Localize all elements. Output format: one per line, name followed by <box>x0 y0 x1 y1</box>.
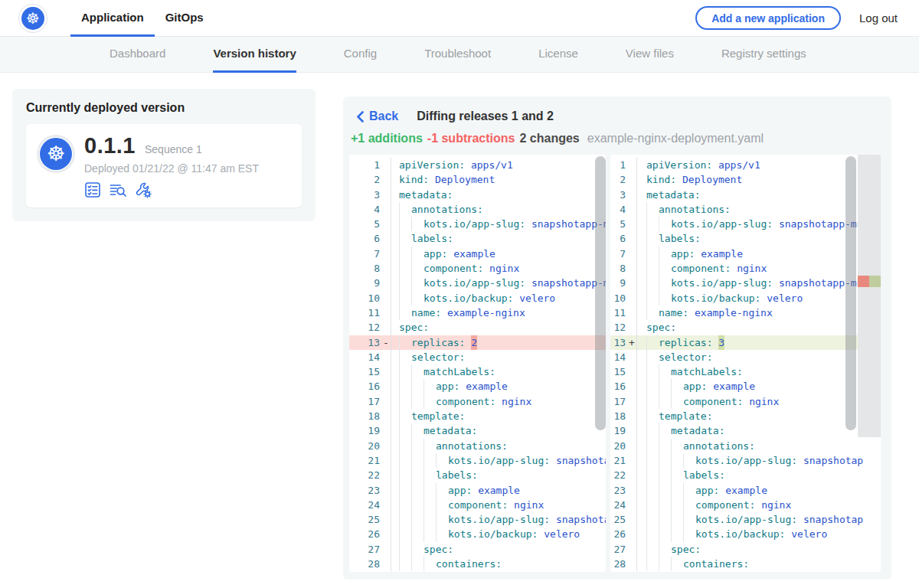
sub-tab-version-history[interactable]: Version history <box>213 37 296 73</box>
deployed-version-card: ☸ 0.1.1 Sequence 1 Deployed 01/21/22 @ 1… <box>26 124 302 207</box>
indent-guide <box>646 483 659 498</box>
indent-guide <box>671 498 683 512</box>
diff-line: 26kots.io/backup: velero <box>349 527 606 541</box>
code-text: annotations: <box>637 202 881 217</box>
diff-line: 27spec: <box>349 542 606 557</box>
diff-stats: +1 additions -1 subtractions 2 changes e… <box>351 132 881 147</box>
top-tab-gitops[interactable]: GitOps <box>155 0 214 37</box>
code-text: replicas: 3 <box>637 335 881 350</box>
yaml-value: Deployment <box>682 172 742 187</box>
line-number: 14 <box>610 350 626 364</box>
back-button[interactable]: Back <box>357 109 398 123</box>
top-tab-application[interactable]: Application <box>70 0 155 37</box>
diff-line: 17component: nginx <box>610 394 881 409</box>
indent-guide <box>399 231 411 246</box>
indent-guide <box>436 483 448 498</box>
yaml-key: metadata: <box>424 423 477 438</box>
line-number: 10 <box>349 291 380 305</box>
yaml-key: app: <box>683 379 713 394</box>
yaml-key: spec: <box>424 542 453 557</box>
diff-line: 4annotations: <box>610 202 881 217</box>
indent-guide <box>671 527 683 541</box>
sub-tab-view-files[interactable]: View files <box>626 37 674 73</box>
scrollbar-thumb[interactable] <box>845 156 856 430</box>
indent-guide <box>659 261 671 276</box>
yaml-value: velero <box>544 527 580 541</box>
line-number: 1 <box>610 158 626 172</box>
sub-tab-registry-settings[interactable]: Registry settings <box>721 37 806 73</box>
kubernetes-logo[interactable]: ☸ <box>18 4 47 33</box>
indent-guide <box>411 498 424 512</box>
code-text: name: example-nginx <box>637 305 881 320</box>
yaml-key: annotations: <box>436 439 508 453</box>
yaml-value: apps/v1 <box>471 158 513 172</box>
indent-guide <box>671 557 683 571</box>
code-text: app: example <box>637 483 881 498</box>
diff-line: 11name: example-nginx <box>610 305 881 320</box>
indent-guide <box>659 439 671 453</box>
indent-guide <box>436 453 448 468</box>
line-number: 13 <box>349 335 380 350</box>
line-number: 3 <box>610 188 626 202</box>
yaml-key: spec: <box>671 542 701 557</box>
diff-marker <box>381 188 391 202</box>
checklist-icon[interactable] <box>84 181 101 198</box>
diff-marker <box>627 512 637 527</box>
sub-tab-config[interactable]: Config <box>344 37 377 73</box>
diff-line: 20annotations: <box>349 439 606 453</box>
diff-marker <box>381 557 391 571</box>
yaml-value: snapshotap <box>803 512 863 527</box>
indent-guide <box>646 335 659 350</box>
line-number: 26 <box>349 527 380 541</box>
indent-guide <box>646 557 659 571</box>
indent-guide <box>646 202 659 217</box>
diff-line: 26kots.io/backup: velero <box>610 527 881 541</box>
diff-marker <box>627 172 637 187</box>
diff-line: 19metadata: <box>349 423 606 438</box>
diff-line: 17component: nginx <box>349 394 606 409</box>
diff-marker <box>627 453 637 468</box>
diff-marker <box>627 276 637 290</box>
indent-guide <box>411 394 424 409</box>
sub-tab-troubleshoot[interactable]: Troubleshoot <box>424 37 491 73</box>
line-number: 18 <box>610 409 626 423</box>
logout-link[interactable]: Log out <box>859 11 898 24</box>
top-nav: ☸ ApplicationGitOps Add a new applicatio… <box>0 0 919 37</box>
diff-line: 7app: example <box>610 247 881 261</box>
yaml-key: metadata: <box>671 423 724 438</box>
indent-guide <box>411 261 424 276</box>
indent-guide <box>659 423 671 438</box>
code-text: replicas: 2 <box>391 335 606 350</box>
indent-guide <box>399 247 411 261</box>
add-application-button[interactable]: Add a new application <box>695 6 841 30</box>
diff-marker <box>381 527 391 541</box>
sub-tab-dashboard[interactable]: Dashboard <box>110 37 165 73</box>
indent-guide <box>659 276 671 290</box>
line-number: 28 <box>610 557 626 571</box>
sub-tab-license[interactable]: License <box>538 37 578 73</box>
yaml-key: matchLabels: <box>671 364 743 379</box>
wrench-gear-icon[interactable] <box>135 181 152 198</box>
diff-marker <box>627 291 637 305</box>
version-number: 0.1.1 <box>84 133 136 158</box>
diff-line: 15matchLabels: <box>610 364 881 379</box>
overview-removed-mark <box>858 276 869 287</box>
scrollbar-thumb[interactable] <box>595 156 606 430</box>
yaml-key: labels: <box>683 468 725 482</box>
yaml-value: example-nginx <box>695 305 773 320</box>
diff-marker: - <box>381 335 391 350</box>
code-text: kots.io/app-slug: snapshotapp-mu <box>391 276 606 290</box>
code-text: selector: <box>391 350 606 364</box>
yaml-key: template: <box>411 409 465 423</box>
yaml-key: component: <box>695 498 761 512</box>
logs-search-icon[interactable] <box>110 181 126 198</box>
sequence-label: Sequence 1 <box>145 143 202 155</box>
yaml-key: containers: <box>436 557 502 571</box>
line-number: 3 <box>349 188 380 202</box>
code-text: app: example <box>391 483 606 498</box>
diff-marker <box>627 409 637 423</box>
diff-line: 24component: nginx <box>610 498 881 512</box>
code-text: kots.io/app-slug: snapshotap <box>637 453 881 468</box>
yaml-value: snapshotap <box>556 512 606 527</box>
diff-filename: example-nginx-deployment.yaml <box>587 132 764 145</box>
